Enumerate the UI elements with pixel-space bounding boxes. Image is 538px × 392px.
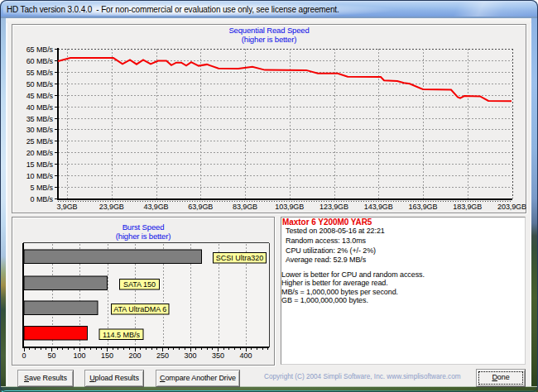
svg-text:200: 200	[128, 351, 141, 360]
svg-text:23,9GB: 23,9GB	[99, 203, 124, 211]
svg-text:350: 350	[212, 351, 224, 360]
svg-text:25 MB/s: 25 MB/s	[26, 137, 54, 146]
svg-text:183,9GB: 183,9GB	[453, 203, 482, 211]
svg-text:250: 250	[156, 351, 169, 360]
svg-text:10 MB/s: 10 MB/s	[26, 172, 54, 180]
svg-text:(higher is better): (higher is better)	[116, 232, 171, 241]
svg-text:5 MB/s: 5 MB/s	[31, 184, 54, 192]
svg-text:50 MB/s: 50 MB/s	[26, 80, 54, 88]
svg-text:203,9GB: 203,9GB	[497, 203, 526, 211]
svg-text:45 MB/s: 45 MB/s	[26, 92, 54, 100]
svg-text:35 MB/s: 35 MB/s	[26, 115, 54, 123]
svg-text:0: 0	[22, 351, 26, 360]
svg-text:20 MB/s: 20 MB/s	[26, 149, 54, 157]
svg-text:0 MB/s: 0 MB/s	[31, 195, 54, 203]
svg-text:40 MB/s: 40 MB/s	[26, 103, 54, 112]
svg-text:SCSI Ultra320: SCSI Ultra320	[216, 254, 264, 262]
svg-text:65 MB/s: 65 MB/s	[26, 45, 54, 54]
svg-text:143,9GB: 143,9GB	[364, 203, 393, 211]
svg-text:50: 50	[47, 351, 55, 360]
svg-text:43,9GB: 43,9GB	[144, 203, 169, 211]
svg-text:114.5 MB/s: 114.5 MB/s	[103, 331, 140, 339]
svg-text:300: 300	[184, 351, 196, 360]
svg-text:123,9GB: 123,9GB	[319, 203, 348, 211]
svg-text:3,9GB: 3,9GB	[56, 203, 77, 211]
svg-text:63,9GB: 63,9GB	[188, 203, 213, 211]
svg-text:103,9GB: 103,9GB	[275, 203, 304, 211]
svg-text:ATA UltraDMA 6: ATA UltraDMA 6	[113, 305, 166, 313]
svg-text:15 MB/s: 15 MB/s	[26, 160, 54, 169]
svg-text:60 MB/s: 60 MB/s	[26, 57, 54, 65]
svg-text:SATA 150: SATA 150	[123, 280, 156, 289]
svg-text:Sequential Read Speed: Sequential Read Speed	[228, 26, 309, 35]
svg-text:(higher is better): (higher is better)	[242, 35, 296, 44]
svg-text:30 MB/s: 30 MB/s	[26, 126, 54, 134]
svg-text:100: 100	[73, 351, 85, 360]
svg-text:83,9GB: 83,9GB	[233, 203, 257, 211]
svg-text:55 MB/s: 55 MB/s	[26, 69, 54, 77]
svg-text:150: 150	[101, 351, 113, 360]
svg-text:Burst Speed: Burst Speed	[122, 222, 165, 232]
svg-text:163,9GB: 163,9GB	[409, 203, 438, 211]
svg-text:400: 400	[239, 351, 252, 360]
